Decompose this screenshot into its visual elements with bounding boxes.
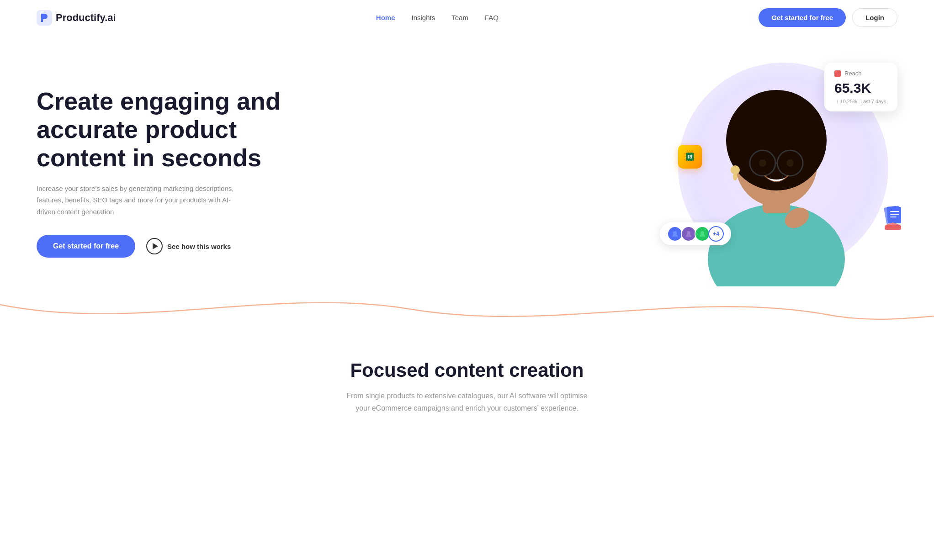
- svg-point-5: [733, 117, 820, 186]
- nav-actions: Get started for free Login: [759, 8, 897, 27]
- play-triangle: [153, 243, 158, 249]
- reach-change: ↑ 10.25%: [836, 99, 857, 104]
- nav-item-team[interactable]: Team: [451, 14, 468, 22]
- svg-rect-36: [888, 207, 901, 223]
- reach-value: 65.3K: [834, 80, 887, 96]
- reach-sub: ↑ 10.25% Last 7 days: [834, 99, 887, 104]
- reach-dot-icon: [834, 70, 841, 77]
- reach-label: Reach: [844, 70, 862, 77]
- nav-item-faq[interactable]: FAQ: [485, 14, 499, 22]
- nav-item-home[interactable]: Home: [376, 14, 395, 22]
- focused-subtitle: From single products to extensive catalo…: [344, 390, 590, 414]
- play-icon: [146, 238, 163, 254]
- see-how-button[interactable]: See how this works: [146, 238, 231, 254]
- svg-point-9: [759, 159, 766, 167]
- hero-right: Reach 65.3K ↑ 10.25% Last 7 days RI: [623, 53, 897, 291]
- nav-links: Home Insights Team FAQ: [376, 14, 499, 22]
- navbar: Productify.ai Home Insights Team FAQ Get…: [0, 0, 934, 35]
- reach-card: Reach 65.3K ↑ 10.25% Last 7 days: [824, 63, 897, 111]
- avatar-count: +4: [708, 226, 724, 242]
- avatar-group: +4: [660, 222, 731, 245]
- ai-chip-icon: RI: [678, 145, 702, 169]
- nav-link-faq[interactable]: FAQ: [485, 14, 499, 21]
- logo-text: Productify.ai: [56, 12, 116, 24]
- hero-left: Create engaging and accurate product con…: [37, 87, 302, 258]
- svg-point-13: [733, 173, 738, 180]
- reach-card-header: Reach: [834, 70, 887, 77]
- nav-link-home[interactable]: Home: [376, 14, 395, 21]
- nav-login-button[interactable]: Login: [852, 8, 897, 27]
- svg-point-29: [673, 231, 677, 235]
- focused-section: Focused content creation From single pro…: [0, 332, 934, 433]
- logo[interactable]: Productify.ai: [37, 10, 116, 26]
- nav-link-insights[interactable]: Insights: [412, 14, 435, 21]
- reach-period: Last 7 days: [860, 99, 886, 104]
- nav-link-team[interactable]: Team: [451, 14, 468, 21]
- hero-section: Create engaging and accurate product con…: [0, 35, 934, 291]
- svg-point-1: [708, 204, 845, 286]
- hero-buttons: Get started for free See how this works: [37, 235, 302, 258]
- svg-point-31: [687, 231, 690, 235]
- stack-icon: [880, 205, 907, 236]
- hero-cta-button[interactable]: Get started for free: [37, 235, 135, 258]
- avatar-1: [667, 226, 683, 242]
- svg-point-33: [700, 231, 704, 235]
- svg-text:RI: RI: [688, 154, 692, 159]
- logo-icon: [37, 10, 52, 26]
- hero-subtitle: Increase your store's sales by generatin…: [37, 183, 247, 218]
- svg-point-10: [786, 159, 794, 167]
- svg-rect-40: [885, 225, 901, 230]
- hero-title: Create engaging and accurate product con…: [37, 87, 302, 172]
- nav-cta-button[interactable]: Get started for free: [759, 8, 846, 27]
- focused-title: Focused content creation: [37, 359, 897, 381]
- avatar-3: [695, 226, 710, 242]
- see-how-label: See how this works: [167, 243, 231, 250]
- avatar-2: [681, 226, 696, 242]
- nav-item-insights[interactable]: Insights: [412, 14, 435, 22]
